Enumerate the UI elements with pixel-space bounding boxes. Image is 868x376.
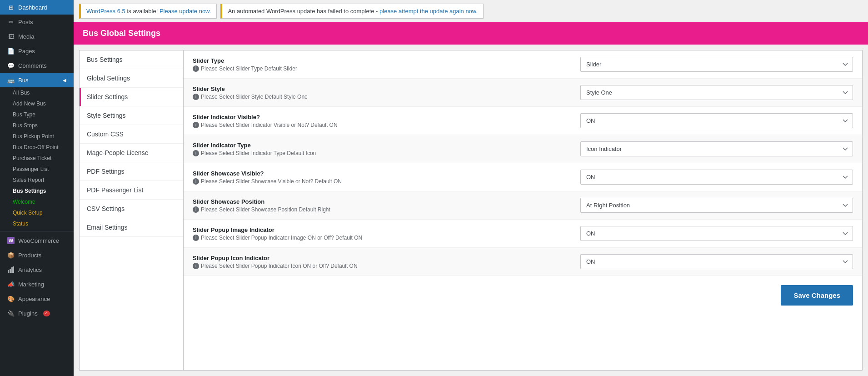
sidebar-sub-status[interactable]: Status <box>0 218 74 229</box>
desc-slider-popup-icon: i Please Select Slider Popup Indicator I… <box>193 263 571 269</box>
select-slider-popup-icon[interactable]: ON OFF <box>580 254 853 269</box>
page-title: Bus Global Settings <box>83 29 160 38</box>
info-icon-slider-popup-icon: i <box>193 263 199 269</box>
select-slider-showcase-visible[interactable]: ON OFF <box>580 170 853 185</box>
sidebar-label-posts: Posts <box>18 19 33 25</box>
left-nav-pdf-passenger[interactable]: PDF Passenger List <box>80 181 183 200</box>
left-nav-license[interactable]: Mage-People License <box>80 144 183 162</box>
appearance-icon: 🎨 <box>7 295 15 302</box>
sidebar: ⊞ Dashboard ✏ Posts 🖼 Media 📄 Pages 💬 Co… <box>0 0 74 376</box>
title-slider-style: Slider Style <box>193 85 571 92</box>
left-nav-csv-settings[interactable]: CSV Settings <box>80 200 183 218</box>
desc-slider-indicator-type: i Please Select Slider Indicator Type De… <box>193 150 571 156</box>
sidebar-label-analytics: Analytics <box>18 266 42 273</box>
control-slider-popup-icon: ON OFF <box>580 254 853 269</box>
sidebar-sub-bus-type[interactable]: Bus Type <box>0 109 74 120</box>
label-slider-showcase-visible: Slider Showcase Visible? i Please Select… <box>193 170 580 185</box>
content-area: Bus Settings Global Settings Slider Sett… <box>74 45 868 376</box>
label-slider-style: Slider Style i Please Select Slider Styl… <box>193 85 580 100</box>
comments-icon: 💬 <box>7 62 15 69</box>
sidebar-sub-add-new-bus[interactable]: Add New Bus <box>0 98 74 109</box>
control-slider-style: Style One Style Two Style Three <box>580 85 853 100</box>
left-nav-style-settings[interactable]: Style Settings <box>80 106 183 125</box>
svg-rect-2 <box>11 267 13 273</box>
sidebar-item-posts[interactable]: ✏ Posts <box>0 15 74 29</box>
sidebar-item-comments[interactable]: 💬 Comments <box>0 58 74 73</box>
sidebar-divider-1 <box>0 231 74 231</box>
notice-text-1: is available! <box>127 8 160 15</box>
sidebar-sub-all-bus[interactable]: All Bus <box>0 87 74 98</box>
title-slider-popup-image: Slider Popup Image Indicator <box>193 226 571 233</box>
sidebar-sub-bus-stops[interactable]: Bus Stops <box>0 120 74 131</box>
left-nav-email-settings[interactable]: Email Settings <box>80 218 183 237</box>
left-navigation: Bus Settings Global Settings Slider Sett… <box>79 50 184 371</box>
select-slider-style[interactable]: Style One Style Two Style Three <box>580 85 853 100</box>
sidebar-label-appearance: Appearance <box>18 296 50 302</box>
select-slider-indicator-type[interactable]: Icon Indicator Dot Indicator Number Indi… <box>580 141 853 156</box>
bus-collapse-arrow: ◀ <box>63 78 66 83</box>
main-content: WordPress 6.5 is available! Please updat… <box>74 0 868 376</box>
sidebar-item-products[interactable]: 📦 Products <box>0 248 74 262</box>
sidebar-item-plugins[interactable]: 🔌 Plugins 4 <box>0 306 74 321</box>
sidebar-label-products: Products <box>18 252 41 259</box>
label-slider-indicator-type: Slider Indicator Type i Please Select Sl… <box>193 142 580 156</box>
info-icon-slider-popup-image: i <box>193 235 199 241</box>
svg-rect-1 <box>10 269 11 273</box>
update-notice: WordPress 6.5 is available! Please updat… <box>79 4 217 19</box>
left-nav-custom-css[interactable]: Custom CSS <box>80 125 183 144</box>
sidebar-label-plugins: Plugins <box>18 310 38 317</box>
analytics-icon <box>7 266 15 273</box>
sidebar-label-woocommerce: WooCommerce <box>18 237 59 244</box>
wp-version-link[interactable]: WordPress 6.5 <box>86 8 125 15</box>
sidebar-item-woocommerce[interactable]: W WooCommerce <box>0 233 74 248</box>
sidebar-sub-bus-settings[interactable]: Bus Settings <box>0 185 74 196</box>
select-slider-indicator-visible[interactable]: ON OFF <box>580 113 853 128</box>
info-icon-slider-indicator-visible: i <box>193 122 199 128</box>
info-icon-slider-type: i <box>193 65 199 72</box>
sidebar-sub-purchase-ticket[interactable]: Purchase Ticket <box>0 153 74 164</box>
sidebar-sub-bus-pickup[interactable]: Bus Pickup Point <box>0 131 74 142</box>
left-nav-slider-settings[interactable]: Slider Settings <box>80 88 183 106</box>
row-slider-style: Slider Style i Please Select Slider Styl… <box>184 79 862 107</box>
sidebar-item-marketing[interactable]: 📣 Marketing <box>0 277 74 291</box>
please-update-link[interactable]: Please update now. <box>160 8 211 15</box>
attempt-update-link[interactable]: please attempt the update again now. <box>379 8 478 15</box>
label-slider-type: Slider Type i Please Select Slider Type … <box>193 57 580 72</box>
sidebar-item-media[interactable]: 🖼 Media <box>0 29 74 44</box>
failed-notice-text: An automated WordPress update has failed… <box>228 8 379 15</box>
left-nav-global-settings[interactable]: Global Settings <box>80 69 183 88</box>
select-slider-showcase-position[interactable]: At Right Position At Left Position At Ce… <box>580 198 853 213</box>
sidebar-item-bus[interactable]: 🚌 Bus ◀ <box>0 73 74 87</box>
sidebar-sub-bus-dropoff[interactable]: Bus Drop-Off Point <box>0 142 74 153</box>
dashboard-icon: ⊞ <box>7 4 15 11</box>
row-slider-popup-image: Slider Popup Image Indicator i Please Se… <box>184 220 862 248</box>
left-nav-pdf-settings[interactable]: PDF Settings <box>80 162 183 181</box>
select-slider-type[interactable]: Slider Carousel Fade <box>580 57 853 72</box>
row-slider-indicator-type: Slider Indicator Type i Please Select Sl… <box>184 135 862 163</box>
settings-panel: Slider Type i Please Select Slider Type … <box>184 50 863 371</box>
sidebar-item-analytics[interactable]: Analytics <box>0 262 74 277</box>
sidebar-item-appearance[interactable]: 🎨 Appearance <box>0 291 74 306</box>
sidebar-label-pages: Pages <box>18 48 35 55</box>
posts-icon: ✏ <box>7 18 15 25</box>
title-slider-showcase-visible: Slider Showcase Visible? <box>193 170 571 177</box>
sidebar-item-pages[interactable]: 📄 Pages <box>0 44 74 58</box>
sidebar-sub-passenger-list[interactable]: Passenger List <box>0 164 74 175</box>
left-nav-bus-settings[interactable]: Bus Settings <box>80 50 183 69</box>
sidebar-sub-welcome[interactable]: Welcome <box>0 196 74 207</box>
row-slider-indicator-visible: Slider Indicator Visible? i Please Selec… <box>184 107 862 135</box>
select-slider-popup-image[interactable]: ON OFF <box>580 226 853 241</box>
sidebar-sub-sales-report[interactable]: Sales Report <box>0 175 74 185</box>
page-header: Bus Global Settings <box>74 22 868 45</box>
sidebar-label-comments: Comments <box>18 62 47 69</box>
sidebar-item-dashboard[interactable]: ⊞ Dashboard <box>0 0 74 15</box>
svg-rect-3 <box>13 266 14 273</box>
plugins-badge: 4 <box>43 311 50 316</box>
sidebar-sub-quick-setup[interactable]: Quick Setup <box>0 207 74 218</box>
info-icon-slider-showcase-visible: i <box>193 178 199 185</box>
control-slider-popup-image: ON OFF <box>580 226 853 241</box>
save-changes-button[interactable]: Save Changes <box>781 285 853 306</box>
failed-update-notice: An automated WordPress update has failed… <box>220 4 484 19</box>
control-slider-indicator-type: Icon Indicator Dot Indicator Number Indi… <box>580 141 853 156</box>
plugins-icon: 🔌 <box>7 310 15 317</box>
